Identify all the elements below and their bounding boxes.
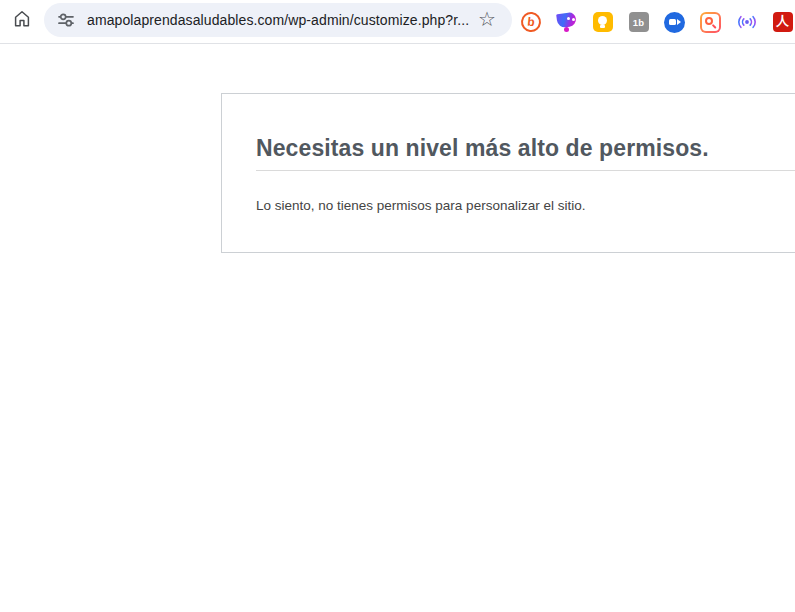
error-title: Necesitas un nivel más alto de permisos. — [256, 135, 795, 171]
address-bar[interactable]: amapolaprendasaludables.com/wp-admin/cus… — [44, 3, 512, 37]
ghost-icon — [556, 11, 577, 33]
camera-icon — [664, 12, 685, 33]
bitly-b-icon: b — [520, 11, 542, 33]
search-icon — [700, 12, 721, 33]
home-button[interactable] — [10, 9, 34, 33]
acrobat-a-icon: 人 — [773, 12, 793, 32]
blue-camera-extension-icon[interactable] — [664, 0, 685, 44]
home-icon — [12, 9, 32, 33]
tb-label-icon: 1b — [629, 12, 649, 32]
tb-gray-extension-icon[interactable]: 1b — [628, 0, 649, 44]
lightbulb-icon — [593, 12, 613, 32]
broadcast-icon — [735, 12, 759, 32]
tune-icon[interactable] — [56, 10, 76, 30]
purple-ghost-extension-icon[interactable] — [556, 0, 577, 44]
gradient-search-extension-icon[interactable] — [700, 0, 721, 44]
keep-notes-extension-icon[interactable] — [592, 0, 613, 44]
wp-error-box: Necesitas un nivel más alto de permisos.… — [221, 93, 795, 253]
acrobat-extension-icon[interactable]: 人 — [772, 0, 793, 44]
extensions-row: b 1b — [520, 0, 793, 44]
broadcast-signal-extension-icon[interactable] — [736, 0, 757, 44]
error-message: Lo siento, no tienes permisos para perso… — [256, 197, 795, 216]
star-icon[interactable]: ☆ — [478, 9, 496, 29]
url-text: amapolaprendasaludables.com/wp-admin/cus… — [87, 12, 469, 28]
bitly-extension-icon[interactable]: b — [520, 0, 541, 44]
browser-toolbar: amapolaprendasaludables.com/wp-admin/cus… — [0, 0, 795, 44]
